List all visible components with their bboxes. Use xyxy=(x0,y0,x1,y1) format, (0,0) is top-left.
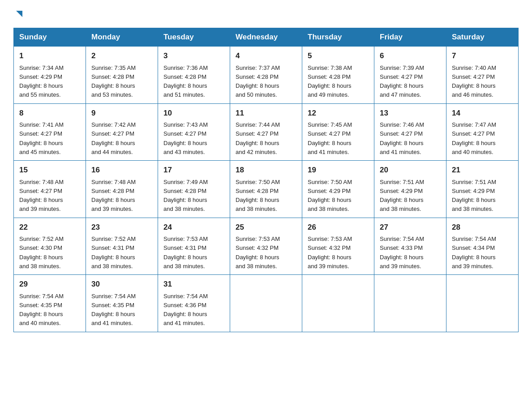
calendar-cell: 13 Sunrise: 7:46 AMSunset: 4:27 PMDaylig… xyxy=(374,103,446,161)
day-info: Sunrise: 7:35 AMSunset: 4:28 PMDaylight:… xyxy=(91,64,136,98)
day-number: 21 xyxy=(452,164,513,176)
day-number: 24 xyxy=(163,222,224,233)
calendar-cell: 15 Sunrise: 7:48 AMSunset: 4:27 PMDaylig… xyxy=(14,161,86,218)
calendar-cell xyxy=(374,275,446,332)
day-info: Sunrise: 7:52 AMSunset: 4:31 PMDaylight:… xyxy=(91,235,136,270)
day-number: 16 xyxy=(91,164,152,176)
calendar-cell: 22 Sunrise: 7:52 AMSunset: 4:30 PMDaylig… xyxy=(14,218,86,275)
day-info: Sunrise: 7:51 AMSunset: 4:29 PMDaylight:… xyxy=(452,179,496,213)
calendar-cell: 27 Sunrise: 7:54 AMSunset: 4:33 PMDaylig… xyxy=(374,218,446,275)
day-info: Sunrise: 7:53 AMSunset: 4:32 PMDaylight:… xyxy=(308,235,352,270)
day-info: Sunrise: 7:54 AMSunset: 4:36 PMDaylight:… xyxy=(163,293,208,327)
calendar-week-row: 15 Sunrise: 7:48 AMSunset: 4:27 PMDaylig… xyxy=(14,161,519,218)
day-number: 26 xyxy=(308,222,369,233)
day-info: Sunrise: 7:43 AMSunset: 4:27 PMDaylight:… xyxy=(163,121,208,155)
day-number: 13 xyxy=(380,107,441,119)
day-info: Sunrise: 7:54 AMSunset: 4:33 PMDaylight:… xyxy=(380,235,424,270)
day-info: Sunrise: 7:54 AMSunset: 4:34 PMDaylight:… xyxy=(452,235,496,270)
calendar-cell: 18 Sunrise: 7:50 AMSunset: 4:28 PMDaylig… xyxy=(230,161,302,218)
calendar-cell: 10 Sunrise: 7:43 AMSunset: 4:27 PMDaylig… xyxy=(158,103,230,161)
calendar-table: SundayMondayTuesdayWednesdayThursdayFrid… xyxy=(13,28,519,332)
day-info: Sunrise: 7:38 AMSunset: 4:28 PMDaylight:… xyxy=(308,64,352,98)
day-info: Sunrise: 7:48 AMSunset: 4:28 PMDaylight:… xyxy=(91,179,136,213)
day-number: 19 xyxy=(308,164,369,176)
calendar-cell: 4 Sunrise: 7:37 AMSunset: 4:28 PMDayligh… xyxy=(230,47,302,104)
calendar-cell xyxy=(302,275,374,332)
day-number: 12 xyxy=(308,107,369,119)
calendar-cell: 3 Sunrise: 7:36 AMSunset: 4:28 PMDayligh… xyxy=(158,47,230,104)
calendar-cell: 24 Sunrise: 7:53 AMSunset: 4:31 PMDaylig… xyxy=(158,218,230,275)
day-number: 5 xyxy=(308,50,369,62)
day-number: 20 xyxy=(380,164,441,176)
day-info: Sunrise: 7:40 AMSunset: 4:27 PMDaylight:… xyxy=(452,64,496,98)
calendar-cell: 12 Sunrise: 7:45 AMSunset: 4:27 PMDaylig… xyxy=(302,103,374,161)
calendar-cell: 11 Sunrise: 7:44 AMSunset: 4:27 PMDaylig… xyxy=(230,103,302,161)
day-number: 25 xyxy=(236,222,296,233)
calendar-cell: 7 Sunrise: 7:40 AMSunset: 4:27 PMDayligh… xyxy=(446,47,519,104)
day-info: Sunrise: 7:52 AMSunset: 4:30 PMDaylight:… xyxy=(19,235,64,270)
logo-general-line xyxy=(13,9,24,21)
calendar-header-saturday: Saturday xyxy=(446,28,519,47)
calendar-cell: 26 Sunrise: 7:53 AMSunset: 4:32 PMDaylig… xyxy=(302,218,374,275)
page-header xyxy=(13,9,519,19)
calendar-cell: 9 Sunrise: 7:42 AMSunset: 4:27 PMDayligh… xyxy=(86,103,158,161)
day-info: Sunrise: 7:47 AMSunset: 4:27 PMDaylight:… xyxy=(452,121,496,155)
day-number: 3 xyxy=(163,50,224,62)
day-info: Sunrise: 7:41 AMSunset: 4:27 PMDaylight:… xyxy=(19,121,64,155)
day-info: Sunrise: 7:50 AMSunset: 4:28 PMDaylight:… xyxy=(236,179,280,213)
day-number: 6 xyxy=(380,50,441,62)
day-number: 9 xyxy=(91,107,152,119)
calendar-cell: 5 Sunrise: 7:38 AMSunset: 4:28 PMDayligh… xyxy=(302,47,374,104)
calendar-week-row: 22 Sunrise: 7:52 AMSunset: 4:30 PMDaylig… xyxy=(14,218,519,275)
day-number: 31 xyxy=(163,278,224,290)
day-info: Sunrise: 7:54 AMSunset: 4:35 PMDaylight:… xyxy=(91,293,136,327)
day-number: 18 xyxy=(236,164,296,176)
day-number: 1 xyxy=(19,50,80,62)
calendar-header-thursday: Thursday xyxy=(302,28,374,47)
calendar-header-row: SundayMondayTuesdayWednesdayThursdayFrid… xyxy=(14,28,519,47)
day-info: Sunrise: 7:49 AMSunset: 4:28 PMDaylight:… xyxy=(163,179,208,213)
day-number: 14 xyxy=(452,107,513,119)
calendar-week-row: 8 Sunrise: 7:41 AMSunset: 4:27 PMDayligh… xyxy=(14,103,519,161)
logo xyxy=(13,9,24,19)
calendar-cell: 6 Sunrise: 7:39 AMSunset: 4:27 PMDayligh… xyxy=(374,47,446,104)
day-info: Sunrise: 7:50 AMSunset: 4:29 PMDaylight:… xyxy=(308,179,352,213)
calendar-cell: 20 Sunrise: 7:51 AMSunset: 4:29 PMDaylig… xyxy=(374,161,446,218)
calendar-header-tuesday: Tuesday xyxy=(158,28,230,47)
day-number: 4 xyxy=(236,50,296,62)
day-number: 17 xyxy=(163,164,224,176)
calendar-cell: 19 Sunrise: 7:50 AMSunset: 4:29 PMDaylig… xyxy=(302,161,374,218)
calendar-cell: 30 Sunrise: 7:54 AMSunset: 4:35 PMDaylig… xyxy=(86,275,158,332)
calendar-cell: 2 Sunrise: 7:35 AMSunset: 4:28 PMDayligh… xyxy=(86,47,158,104)
calendar-cell: 1 Sunrise: 7:34 AMSunset: 4:29 PMDayligh… xyxy=(14,47,86,104)
calendar-cell: 14 Sunrise: 7:47 AMSunset: 4:27 PMDaylig… xyxy=(446,103,519,161)
calendar-cell: 28 Sunrise: 7:54 AMSunset: 4:34 PMDaylig… xyxy=(446,218,519,275)
day-number: 27 xyxy=(380,222,441,233)
calendar-cell: 16 Sunrise: 7:48 AMSunset: 4:28 PMDaylig… xyxy=(86,161,158,218)
day-info: Sunrise: 7:39 AMSunset: 4:27 PMDaylight:… xyxy=(380,64,424,98)
calendar-cell xyxy=(446,275,519,332)
day-number: 22 xyxy=(19,222,80,233)
day-number: 29 xyxy=(19,278,80,290)
day-number: 2 xyxy=(91,50,152,62)
calendar-cell xyxy=(230,275,302,332)
day-info: Sunrise: 7:53 AMSunset: 4:32 PMDaylight:… xyxy=(236,235,280,270)
day-info: Sunrise: 7:51 AMSunset: 4:29 PMDaylight:… xyxy=(380,179,424,213)
day-number: 15 xyxy=(19,164,80,176)
day-info: Sunrise: 7:44 AMSunset: 4:27 PMDaylight:… xyxy=(236,121,280,155)
day-info: Sunrise: 7:36 AMSunset: 4:28 PMDaylight:… xyxy=(163,64,208,98)
calendar-cell: 17 Sunrise: 7:49 AMSunset: 4:28 PMDaylig… xyxy=(158,161,230,218)
day-number: 7 xyxy=(452,50,513,62)
day-info: Sunrise: 7:46 AMSunset: 4:27 PMDaylight:… xyxy=(380,121,424,155)
calendar-header-wednesday: Wednesday xyxy=(230,28,302,47)
calendar-week-row: 1 Sunrise: 7:34 AMSunset: 4:29 PMDayligh… xyxy=(14,47,519,104)
calendar-cell: 23 Sunrise: 7:52 AMSunset: 4:31 PMDaylig… xyxy=(86,218,158,275)
logo-arrow-icon xyxy=(14,9,24,21)
calendar-cell: 21 Sunrise: 7:51 AMSunset: 4:29 PMDaylig… xyxy=(446,161,519,218)
day-number: 30 xyxy=(91,278,152,290)
calendar-header-friday: Friday xyxy=(374,28,446,47)
day-info: Sunrise: 7:34 AMSunset: 4:29 PMDaylight:… xyxy=(19,64,64,98)
day-info: Sunrise: 7:53 AMSunset: 4:31 PMDaylight:… xyxy=(163,235,208,270)
day-number: 8 xyxy=(19,107,80,119)
day-info: Sunrise: 7:48 AMSunset: 4:27 PMDaylight:… xyxy=(19,179,64,213)
